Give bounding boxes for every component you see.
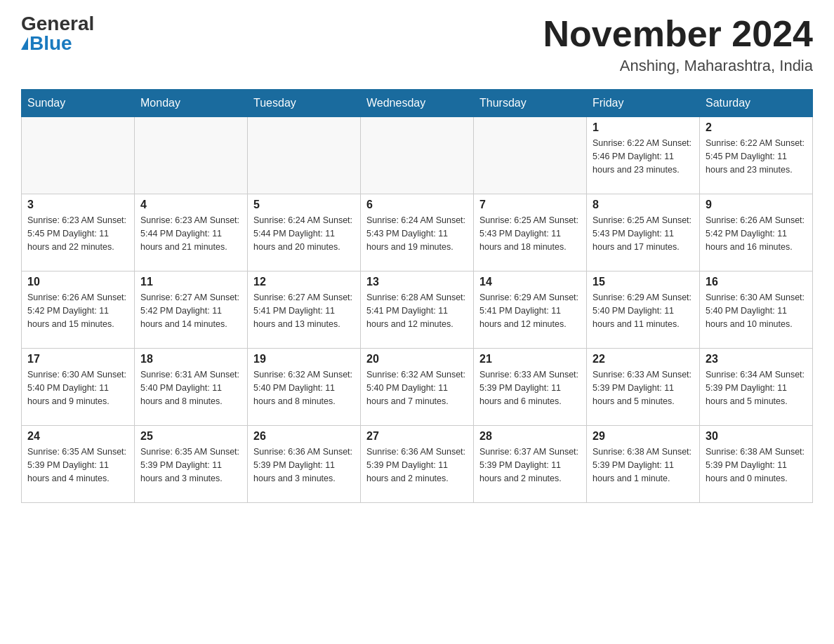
calendar-cell [361,117,474,194]
calendar-table: SundayMondayTuesdayWednesdayThursdayFrid… [21,89,813,503]
day-info: Sunrise: 6:27 AM Sunset: 5:42 PM Dayligh… [140,291,241,330]
calendar-week-row: 10Sunrise: 6:26 AM Sunset: 5:42 PM Dayli… [22,271,813,349]
calendar-cell: 12Sunrise: 6:27 AM Sunset: 5:41 PM Dayli… [248,271,361,349]
day-number: 30 [706,430,807,443]
calendar-cell: 17Sunrise: 6:30 AM Sunset: 5:40 PM Dayli… [22,349,135,426]
calendar-cell [22,117,135,194]
day-info: Sunrise: 6:22 AM Sunset: 5:45 PM Dayligh… [706,137,807,176]
calendar-cell: 13Sunrise: 6:28 AM Sunset: 5:41 PM Dayli… [361,271,474,349]
day-number: 5 [253,199,355,211]
day-number: 27 [366,430,468,443]
day-number: 18 [140,353,241,365]
day-number: 19 [253,353,355,365]
calendar-cell: 15Sunrise: 6:29 AM Sunset: 5:40 PM Dayli… [587,271,700,349]
logo-general-text: General [21,14,94,34]
day-info: Sunrise: 6:27 AM Sunset: 5:41 PM Dayligh… [253,291,355,330]
calendar-cell: 4Sunrise: 6:23 AM Sunset: 5:44 PM Daylig… [135,194,248,271]
day-info: Sunrise: 6:32 AM Sunset: 5:40 PM Dayligh… [366,368,468,408]
logo-triangle-icon [21,37,28,50]
day-number: 9 [706,199,807,211]
calendar-week-row: 3Sunrise: 6:23 AM Sunset: 5:45 PM Daylig… [22,194,813,271]
day-info: Sunrise: 6:37 AM Sunset: 5:39 PM Dayligh… [479,445,581,485]
calendar-cell: 24Sunrise: 6:35 AM Sunset: 5:39 PM Dayli… [22,426,135,503]
day-info: Sunrise: 6:23 AM Sunset: 5:44 PM Dayligh… [140,214,241,253]
day-number: 13 [366,276,468,288]
calendar-cell: 29Sunrise: 6:38 AM Sunset: 5:39 PM Dayli… [587,426,700,503]
header: General Blue November 2024 Anshing, Maha… [21,14,813,75]
day-info: Sunrise: 6:26 AM Sunset: 5:42 PM Dayligh… [27,291,128,330]
calendar-week-row: 17Sunrise: 6:30 AM Sunset: 5:40 PM Dayli… [22,349,813,426]
day-info: Sunrise: 6:30 AM Sunset: 5:40 PM Dayligh… [706,291,807,330]
day-number: 12 [253,276,355,288]
day-info: Sunrise: 6:32 AM Sunset: 5:40 PM Dayligh… [253,368,355,408]
calendar-cell: 25Sunrise: 6:35 AM Sunset: 5:39 PM Dayli… [135,426,248,503]
day-info: Sunrise: 6:35 AM Sunset: 5:39 PM Dayligh… [27,445,128,485]
day-number: 29 [593,430,694,443]
day-number: 14 [479,276,581,288]
day-number: 1 [593,121,694,134]
calendar-cell: 22Sunrise: 6:33 AM Sunset: 5:39 PM Dayli… [587,349,700,426]
day-number: 28 [479,430,581,443]
calendar-cell: 28Sunrise: 6:37 AM Sunset: 5:39 PM Dayli… [474,426,587,503]
column-header-sunday: Sunday [22,90,135,117]
day-info: Sunrise: 6:26 AM Sunset: 5:42 PM Dayligh… [706,214,807,253]
day-info: Sunrise: 6:38 AM Sunset: 5:39 PM Dayligh… [593,445,694,485]
calendar-week-row: 24Sunrise: 6:35 AM Sunset: 5:39 PM Dayli… [22,426,813,503]
day-info: Sunrise: 6:23 AM Sunset: 5:45 PM Dayligh… [27,214,128,253]
calendar-cell: 9Sunrise: 6:26 AM Sunset: 5:42 PM Daylig… [700,194,813,271]
column-header-tuesday: Tuesday [248,90,361,117]
day-info: Sunrise: 6:28 AM Sunset: 5:41 PM Dayligh… [366,291,468,330]
calendar-cell: 21Sunrise: 6:33 AM Sunset: 5:39 PM Dayli… [474,349,587,426]
day-info: Sunrise: 6:33 AM Sunset: 5:39 PM Dayligh… [479,368,581,408]
day-number: 17 [27,353,128,365]
day-info: Sunrise: 6:31 AM Sunset: 5:40 PM Dayligh… [140,368,241,408]
calendar-cell: 1Sunrise: 6:22 AM Sunset: 5:46 PM Daylig… [587,117,700,194]
logo: General Blue [21,14,94,53]
location-title: Anshing, Maharashtra, India [543,57,813,75]
day-info: Sunrise: 6:36 AM Sunset: 5:39 PM Dayligh… [366,445,468,485]
day-number: 20 [366,353,468,365]
calendar-cell: 26Sunrise: 6:36 AM Sunset: 5:39 PM Dayli… [248,426,361,503]
day-number: 10 [27,276,128,288]
day-number: 2 [706,121,807,134]
calendar-cell: 6Sunrise: 6:24 AM Sunset: 5:43 PM Daylig… [361,194,474,271]
calendar-week-row: 1Sunrise: 6:22 AM Sunset: 5:46 PM Daylig… [22,117,813,194]
column-header-thursday: Thursday [474,90,587,117]
month-title: November 2024 [543,14,813,54]
calendar-cell [135,117,248,194]
day-info: Sunrise: 6:30 AM Sunset: 5:40 PM Dayligh… [27,368,128,408]
day-number: 8 [593,199,694,211]
calendar-cell: 19Sunrise: 6:32 AM Sunset: 5:40 PM Dayli… [248,349,361,426]
calendar-cell: 5Sunrise: 6:24 AM Sunset: 5:44 PM Daylig… [248,194,361,271]
calendar-cell: 23Sunrise: 6:34 AM Sunset: 5:39 PM Dayli… [700,349,813,426]
day-info: Sunrise: 6:35 AM Sunset: 5:39 PM Dayligh… [140,445,241,485]
column-header-wednesday: Wednesday [361,90,474,117]
day-info: Sunrise: 6:29 AM Sunset: 5:40 PM Dayligh… [593,291,694,330]
column-header-friday: Friday [587,90,700,117]
calendar-cell [474,117,587,194]
calendar-cell: 20Sunrise: 6:32 AM Sunset: 5:40 PM Dayli… [361,349,474,426]
calendar-cell: 16Sunrise: 6:30 AM Sunset: 5:40 PM Dayli… [700,271,813,349]
day-number: 24 [27,430,128,443]
column-header-monday: Monday [135,90,248,117]
day-info: Sunrise: 6:24 AM Sunset: 5:43 PM Dayligh… [366,214,468,253]
calendar-header-row: SundayMondayTuesdayWednesdayThursdayFrid… [22,90,813,117]
day-number: 21 [479,353,581,365]
calendar-cell: 11Sunrise: 6:27 AM Sunset: 5:42 PM Dayli… [135,271,248,349]
day-number: 16 [706,276,807,288]
calendar-cell: 7Sunrise: 6:25 AM Sunset: 5:43 PM Daylig… [474,194,587,271]
day-number: 3 [27,199,128,211]
day-number: 6 [366,199,468,211]
calendar-cell: 3Sunrise: 6:23 AM Sunset: 5:45 PM Daylig… [22,194,135,271]
calendar-cell: 8Sunrise: 6:25 AM Sunset: 5:43 PM Daylig… [587,194,700,271]
day-number: 11 [140,276,241,288]
logo-blue-text: Blue [21,34,72,53]
calendar-cell: 2Sunrise: 6:22 AM Sunset: 5:45 PM Daylig… [700,117,813,194]
column-header-saturday: Saturday [700,90,813,117]
calendar-cell: 27Sunrise: 6:36 AM Sunset: 5:39 PM Dayli… [361,426,474,503]
calendar-cell: 18Sunrise: 6:31 AM Sunset: 5:40 PM Dayli… [135,349,248,426]
day-info: Sunrise: 6:38 AM Sunset: 5:39 PM Dayligh… [706,445,807,485]
day-number: 22 [593,353,694,365]
day-info: Sunrise: 6:33 AM Sunset: 5:39 PM Dayligh… [593,368,694,408]
day-number: 4 [140,199,241,211]
